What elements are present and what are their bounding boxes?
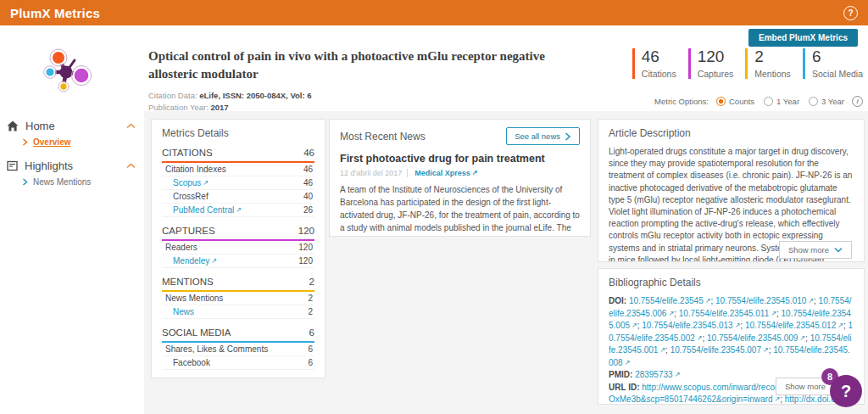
- metric-row: News Mentions2: [162, 292, 314, 305]
- doi-link[interactable]: 10.7554/elife.23545.011: [679, 309, 770, 318]
- summary-metric-value: 2: [754, 48, 791, 66]
- news-date: 12 d'abril del 2017: [340, 169, 402, 177]
- summary-metric-citations: 46Citations: [632, 48, 676, 79]
- show-more-description-button[interactable]: Show more: [779, 241, 852, 259]
- metric-value: 26: [303, 205, 313, 215]
- metrics-section-name: CAPTURES: [162, 226, 215, 236]
- sidebar-item-highlights[interactable]: Highlights: [0, 157, 144, 175]
- external-link-icon: ↗: [659, 346, 665, 354]
- metric-value: 2: [308, 294, 313, 303]
- news-source-link[interactable]: Medical Xpress↗: [407, 169, 477, 177]
- news-mentions-link[interactable]: News Mentions: [33, 177, 91, 187]
- radio-icon[interactable]: [764, 97, 773, 106]
- see-all-news-button[interactable]: See all news: [506, 127, 580, 145]
- metric-value: 6: [308, 344, 313, 354]
- metrics-section-total: 120: [298, 226, 314, 236]
- url-id-label: URL ID:: [609, 383, 639, 392]
- metric-row: Facebook6: [162, 356, 314, 370]
- chevron-up-icon[interactable]: [126, 163, 136, 169]
- summary-metric-social-media: 6Social Media: [803, 48, 863, 79]
- metric-link[interactable]: PubMed Central↗: [173, 205, 242, 215]
- external-link-icon: ↗: [697, 334, 703, 342]
- header-help-icon[interactable]: ?: [843, 6, 858, 20]
- radio-icon[interactable]: [809, 97, 818, 106]
- metric-value: 6: [308, 358, 313, 367]
- sidebar-item-home[interactable]: Home: [0, 117, 144, 135]
- sidebar-item-news-mentions[interactable]: News Mentions: [0, 175, 144, 189]
- sidebar-highlights-label: Highlights: [25, 159, 73, 172]
- summary-metric-label: Captures: [698, 69, 734, 79]
- metric-link[interactable]: News: [173, 307, 194, 316]
- help-widget-button[interactable]: ?: [830, 375, 862, 407]
- metrics-section-header: CITATIONS46: [162, 148, 314, 163]
- metric-label: Readers: [165, 243, 198, 252]
- metric-options: Metric Options: Counts1 Year3 Year i: [654, 96, 863, 107]
- news-source-name: Medical Xpress: [415, 169, 470, 177]
- bibliographic-details-title: Bibliographic Details: [609, 277, 854, 288]
- doi-link[interactable]: 10.7554/elife.23545.012: [745, 321, 836, 330]
- summary-metric-value: 120: [698, 48, 734, 66]
- metric-row: News2: [162, 305, 314, 319]
- doi-link[interactable]: 10.7554/elife.23545.010: [715, 296, 806, 305]
- metrics-details-body: CITATIONS46Citation Indexes46Scopus↗46Cr…: [162, 148, 314, 370]
- news-meta: 12 d'abril del 2017Medical Xpress↗: [340, 169, 580, 177]
- doi-block: DOI: 10.7554/elife.23545↗; 10.7554/elife…: [609, 295, 854, 369]
- news-title: Most Recent News: [340, 131, 426, 143]
- metric-options-label: Metric Options:: [654, 97, 709, 106]
- external-link-icon: ↗: [771, 310, 776, 317]
- summary-metric-label: Social Media: [812, 69, 863, 79]
- external-link-icon: ↗: [735, 322, 741, 329]
- metrics-section-captures: CAPTURES120Readers120Mendeley↗120: [162, 226, 314, 268]
- metric-value: 46: [303, 178, 313, 187]
- app-header: PlumX Metrics ?: [0, 0, 868, 25]
- external-link-icon: ↗: [675, 371, 681, 378]
- citation-data: Citation Data: eLife, ISSN: 2050-084X, V…: [148, 91, 564, 100]
- doi-link[interactable]: 10.7554/elife.23545.009: [707, 333, 798, 343]
- most-recent-news-panel: Most Recent News See all news First phot…: [329, 119, 591, 237]
- metric-link[interactable]: Mendeley↗: [173, 256, 217, 266]
- bibliographic-details-panel: Bibliographic Details DOI: 10.7554/elife…: [598, 268, 865, 405]
- metric-row: Citation Indexes46: [162, 163, 314, 176]
- sidebar-home-label: Home: [25, 120, 55, 132]
- metric-option-counts[interactable]: Counts: [716, 97, 754, 106]
- summary-metric-value: 6: [812, 48, 863, 66]
- news-body: A team of the Institute of Neurosciences…: [340, 183, 580, 237]
- metric-option-1-year[interactable]: 1 Year: [764, 97, 799, 106]
- metrics-section-total: 46: [303, 148, 314, 158]
- metrics-section-name: SOCIAL MEDIA: [162, 327, 231, 338]
- chevron-up-icon[interactable]: [126, 123, 136, 129]
- external-link-icon: ↗: [472, 169, 478, 176]
- metric-row: Mendeley↗120: [162, 255, 314, 268]
- pmid-link[interactable]: 28395733: [635, 370, 673, 379]
- summary-metrics: 46Citations120Captures2Mentions6Social M…: [632, 48, 863, 79]
- metric-value: 120: [298, 243, 313, 252]
- metrics-section-total: 6: [309, 327, 314, 338]
- metric-link[interactable]: Scopus↗: [173, 178, 209, 187]
- metric-row: Readers120: [162, 241, 314, 255]
- news-panel-header: Most Recent News See all news: [340, 127, 580, 145]
- metrics-section-name: MENTIONS: [162, 277, 214, 287]
- article-header: Optical control of pain in vivo with a p…: [148, 48, 564, 115]
- pmid-label: PMID:: [609, 370, 632, 379]
- doi-list: 10.7554/elife.23545↗; 10.7554/elife.2354…: [609, 296, 853, 367]
- doi-link[interactable]: 10.7554/elife.23545.007: [670, 345, 761, 355]
- news-headline[interactable]: First photoactive drug for pain treatmen…: [340, 153, 580, 165]
- chevron-down-icon: [834, 247, 843, 253]
- metrics-section-header: CAPTURES120: [162, 226, 314, 241]
- metric-option-3-year[interactable]: 3 Year: [809, 97, 844, 106]
- info-icon[interactable]: i: [852, 96, 863, 107]
- summary-metric-label: Mentions: [754, 69, 791, 79]
- overview-link[interactable]: Overview: [33, 137, 70, 147]
- metrics-details-panel: Metrics Details CITATIONS46Citation Inde…: [151, 119, 326, 378]
- doi-link[interactable]: 10.7554/elife.23545.013: [642, 321, 732, 330]
- metrics-section-header: MENTIONS2: [162, 277, 314, 292]
- metrics-section-social-media: SOCIAL MEDIA6Shares, Likes & Comments6Fa…: [162, 327, 314, 370]
- external-link-icon: ↗: [236, 206, 242, 214]
- metric-options-list: Counts1 Year3 Year: [716, 97, 844, 106]
- doi-link[interactable]: 10.7554/elife.23545: [629, 296, 704, 305]
- sidebar-item-overview[interactable]: Overview: [0, 135, 144, 149]
- metric-option-label: 3 Year: [821, 97, 844, 106]
- external-link-icon: ↗: [808, 297, 814, 305]
- radio-icon[interactable]: [716, 97, 726, 106]
- embed-plumx-metrics-button[interactable]: Embed PlumX Metrics: [748, 29, 858, 47]
